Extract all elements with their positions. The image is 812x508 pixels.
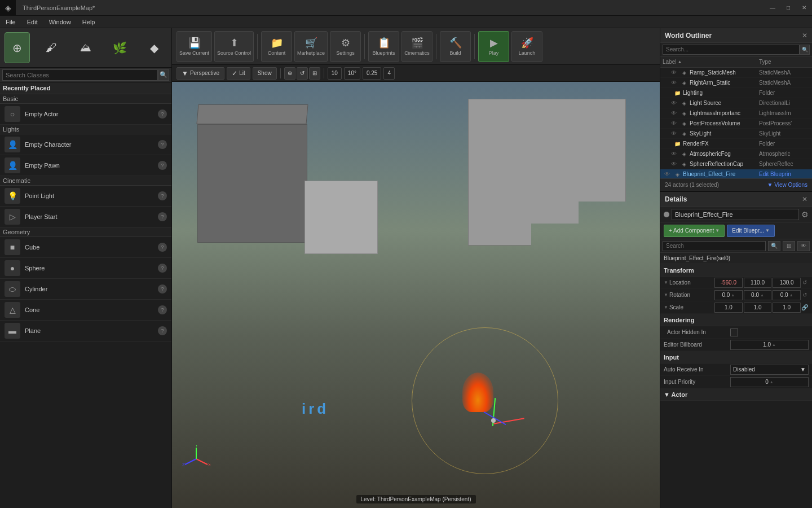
actor-hidden-checkbox[interactable] xyxy=(730,329,738,336)
wo-list-item-1[interactable]: 👁◈RightArm_StaticStaticMeshA xyxy=(660,78,812,88)
placed-item-player-start[interactable]: ▷ Player Start ? xyxy=(0,207,171,227)
empty-actor-help[interactable]: ? xyxy=(158,110,167,119)
cam-speed-display[interactable]: 4 xyxy=(383,67,395,80)
blueprints-button[interactable]: 📋 Blueprints xyxy=(368,31,399,62)
details-search-button[interactable]: 🔍 xyxy=(768,241,780,251)
wo-eye-1[interactable]: 👁 xyxy=(669,78,678,87)
wo-view-options[interactable]: ▼ View Options xyxy=(767,182,807,188)
plane-help[interactable]: ? xyxy=(158,326,167,335)
placed-item-empty-actor[interactable]: ○ Empty Actor ? xyxy=(0,104,171,125)
marketplace-button[interactable]: 🛒 Marketplace xyxy=(294,31,328,62)
wo-list-item-6[interactable]: 👁◈SkyLightSkyLight xyxy=(660,129,812,139)
rendering-section-header[interactable]: Rendering xyxy=(660,314,812,326)
launch-button[interactable]: 🚀 Launch xyxy=(511,31,542,62)
editor-billboard-field[interactable]: 1.0 ▲ xyxy=(730,340,809,350)
scale-display[interactable]: 0.25 xyxy=(363,67,381,80)
rotation-z-field[interactable]: 0.0▲ xyxy=(773,290,801,300)
wo-list-item-8[interactable]: 👁◈AtmosphericFogAtmospheric xyxy=(660,149,812,159)
translate-button[interactable]: ⊕ xyxy=(284,67,295,80)
wo-eye-10[interactable]: 👁 xyxy=(663,170,672,179)
wo-eye-3[interactable]: 👁 xyxy=(669,99,678,108)
wo-eye-8[interactable]: 👁 xyxy=(669,150,678,159)
wo-eye-6[interactable]: 👁 xyxy=(669,129,678,138)
placed-item-empty-pawn[interactable]: 👤 Empty Pawn ? xyxy=(0,155,171,176)
wo-list-item-7[interactable]: 📁RenderFXFolder xyxy=(660,139,812,149)
grid-size-display[interactable]: 10 xyxy=(328,67,342,80)
lights-category[interactable]: Lights xyxy=(0,125,171,134)
mode-foliage[interactable]: 🌿 xyxy=(107,32,133,63)
actor-name-input[interactable] xyxy=(672,209,799,220)
mode-placement[interactable]: ⊕ xyxy=(5,32,30,63)
cone-help[interactable]: ? xyxy=(158,305,167,314)
scale-x-field[interactable]: 1.0 xyxy=(714,303,743,313)
rotation-reset[interactable]: ↺ xyxy=(801,290,809,300)
wo-search-input[interactable] xyxy=(663,45,800,55)
scale-arrow[interactable]: ▼ xyxy=(664,305,668,310)
scale-reset[interactable]: 🔗 xyxy=(801,303,809,313)
placed-item-cone[interactable]: △ Cone ? xyxy=(0,300,171,321)
wo-eye-9[interactable]: 👁 xyxy=(669,160,678,169)
details-eye-button[interactable]: 👁 xyxy=(797,241,810,251)
placed-item-empty-character[interactable]: 👤 Empty Character ? xyxy=(0,134,171,155)
play-button[interactable]: ▶ Play xyxy=(478,31,509,62)
wo-list-item-10[interactable]: 👁◈Blueprint_Effect_FireEdit Blueprin xyxy=(660,169,812,178)
source-control-button[interactable]: ⬆ Source Control xyxy=(214,31,254,62)
transform-section-header[interactable]: Transform xyxy=(660,264,812,277)
placed-item-cube[interactable]: ■ Cube ? xyxy=(0,237,171,258)
sphere-help[interactable]: ? xyxy=(158,264,167,273)
geometry-category[interactable]: Geometry xyxy=(0,227,171,237)
rotation-x-field[interactable]: 0.0▲ xyxy=(714,290,743,300)
wo-search-button[interactable]: 🔍 xyxy=(800,45,810,55)
scale-button[interactable]: ⊞ xyxy=(309,67,320,80)
details-grid-button[interactable]: ⊞ xyxy=(783,241,795,251)
wo-eye-7[interactable] xyxy=(663,139,672,148)
settings-button[interactable]: ⚙ Settings xyxy=(330,31,361,62)
scale-z-field[interactable]: 1.0 xyxy=(773,303,801,313)
wo-list-item-5[interactable]: 👁◈PostProcessVolumePostProcess' xyxy=(660,119,812,129)
location-reset[interactable]: ↺ xyxy=(801,278,809,288)
input-priority-field[interactable]: 0 ▲ xyxy=(730,377,809,387)
viewport-canvas[interactable]: ird xyxy=(172,82,660,508)
viewport[interactable]: ird xyxy=(172,82,660,508)
details-close-button[interactable]: ✕ xyxy=(802,195,807,203)
auto-receive-select[interactable]: Disabled ▼ xyxy=(730,365,809,375)
details-component-bar[interactable]: Blueprint_Effect_Fire(sel0) xyxy=(660,253,812,264)
scale-y-field[interactable]: 1.0 xyxy=(744,303,772,313)
cylinder-help[interactable]: ? xyxy=(158,284,167,294)
menu-file[interactable]: File xyxy=(0,16,21,28)
wo-eye-0[interactable]: 👁 xyxy=(669,68,678,77)
rotate-button[interactable]: ↺ xyxy=(297,67,308,80)
rotation-y-field[interactable]: 0.0▲ xyxy=(744,290,772,300)
content-button[interactable]: 📁 Content xyxy=(261,31,292,62)
player-start-help[interactable]: ? xyxy=(158,212,167,221)
empty-character-help[interactable]: ? xyxy=(158,140,167,149)
build-button[interactable]: 🔨 Build xyxy=(440,31,471,62)
wo-list-item-4[interactable]: 👁◈LightmassImportancLightmassIm xyxy=(660,108,812,119)
show-button[interactable]: Show xyxy=(253,67,277,80)
rot-size-display[interactable]: 10° xyxy=(344,67,360,80)
location-z-field[interactable]: 130.0 xyxy=(773,278,801,288)
menu-edit[interactable]: Edit xyxy=(21,16,43,28)
wo-list-item-9[interactable]: 👁◈SphereReflectionCapSphereReflec xyxy=(660,159,812,169)
mode-landscape[interactable]: ⛰ xyxy=(73,32,98,63)
wo-eye-2[interactable] xyxy=(663,89,672,98)
active-tab[interactable]: ThirdPersonExampleMap* xyxy=(16,5,102,11)
placed-item-sphere[interactable]: ● Sphere ? xyxy=(0,258,171,279)
maximize-button[interactable]: □ xyxy=(780,0,796,16)
location-x-field[interactable]: -560.0 xyxy=(714,278,743,288)
wo-close-button[interactable]: ✕ xyxy=(802,32,807,40)
lit-button[interactable]: ✓ Lit xyxy=(227,67,250,80)
point-light-help[interactable]: ? xyxy=(158,191,167,200)
cube-help[interactable]: ? xyxy=(158,243,167,252)
input-section-header[interactable]: Input xyxy=(660,351,812,364)
save-current-button[interactable]: 💾 Save Current xyxy=(176,31,212,62)
empty-pawn-help[interactable]: ? xyxy=(158,161,167,170)
placed-item-cylinder[interactable]: ⬭ Cylinder ? xyxy=(0,279,171,300)
cinematics-button[interactable]: 🎬 Cinematics xyxy=(401,31,433,62)
actor-section-header[interactable]: ▼ Actor xyxy=(660,388,812,401)
close-button[interactable]: ✕ xyxy=(796,0,812,16)
rotation-arrow[interactable]: ▼ xyxy=(664,292,668,297)
location-arrow[interactable]: ▼ xyxy=(664,280,668,285)
basic-category[interactable]: Basic xyxy=(0,94,171,104)
mode-geometry[interactable]: ◆ xyxy=(142,32,167,63)
